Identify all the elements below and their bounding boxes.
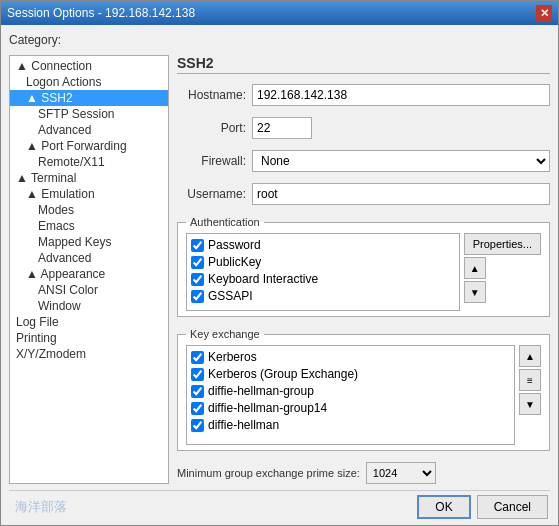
kex-mid-button[interactable]: ≡ [519, 369, 541, 391]
auth-checkbox-list: PasswordPublicKeyKeyboard InteractiveGSS… [186, 233, 460, 311]
auth-checkbox-gssapi[interactable] [191, 290, 204, 303]
window-body: Category: ▲ ConnectionLogon Actions▲ SSH… [1, 25, 558, 526]
auth-checkbox-item: PublicKey [191, 255, 455, 269]
auth-item-label: GSSAPI [208, 289, 253, 303]
min-group-label: Minimum group exchange prime size: [177, 467, 360, 479]
sidebar-item-logon-actions[interactable]: Logon Actions [10, 74, 168, 90]
auth-container: PasswordPublicKeyKeyboard InteractiveGSS… [186, 233, 541, 311]
firewall-select[interactable]: None SOCKS4 SOCKS5 HTTP [252, 150, 550, 172]
kex-checkbox-item: diffie-hellman-group14 [191, 401, 510, 415]
kex-item-label: Kerberos (Group Exchange) [208, 367, 358, 381]
kex-checkbox-item: Kerberos [191, 350, 510, 364]
kex-down-button[interactable]: ▼ [519, 393, 541, 415]
min-group-select[interactable]: 1024 2048 4096 [366, 462, 436, 484]
hostname-label: Hostname: [177, 88, 252, 102]
main-content: ▲ ConnectionLogon Actions▲ SSH2SFTP Sess… [9, 55, 550, 484]
cancel-button[interactable]: Cancel [477, 495, 548, 519]
sidebar-item-port-forwarding[interactable]: ▲ Port Forwarding [10, 138, 168, 154]
window-title: Session Options - 192.168.142.138 [7, 6, 195, 20]
bottom-bar: 海洋部落 OK Cancel [9, 490, 550, 523]
sidebar-item-window[interactable]: Window [10, 298, 168, 314]
auth-checkbox-item: Keyboard Interactive [191, 272, 455, 286]
sidebar-item-terminal[interactable]: ▲ Terminal [10, 170, 168, 186]
auth-checkbox-item: GSSAPI [191, 289, 455, 303]
kex-container: KerberosKerberos (Group Exchange)diffie-… [186, 345, 541, 445]
sidebar-item-ansi-color[interactable]: ANSI Color [10, 282, 168, 298]
min-group-row: Minimum group exchange prime size: 1024 … [177, 462, 550, 484]
username-row: Username: [177, 183, 550, 205]
authentication-legend: Authentication [186, 216, 264, 228]
auth-item-label: Password [208, 238, 261, 252]
auth-checkbox-item: Password [191, 238, 455, 252]
sidebar-item-log-file[interactable]: Log File [10, 314, 168, 330]
auth-arrow-buttons: ▲ ▼ [464, 257, 541, 303]
kex-item-label: Kerberos [208, 350, 257, 364]
key-exchange-fieldset: Key exchange KerberosKerberos (Group Exc… [177, 328, 550, 451]
hostname-row: Hostname: [177, 84, 550, 106]
kex-checkbox-diffie-hellman-group[interactable] [191, 385, 204, 398]
sidebar-item-printing[interactable]: Printing [10, 330, 168, 346]
auth-checkbox-publickey[interactable] [191, 256, 204, 269]
kex-arrow-buttons: ▲ ≡ ▼ [519, 345, 541, 445]
auth-up-button[interactable]: ▲ [464, 257, 486, 279]
sidebar-item-advanced2[interactable]: Advanced [10, 250, 168, 266]
port-input[interactable] [252, 117, 312, 139]
sidebar-item-ssh2[interactable]: ▲ SSH2 [10, 90, 168, 106]
sidebar-item-xyz-modem[interactable]: X/Y/Zmodem [10, 346, 168, 362]
kex-up-button[interactable]: ▲ [519, 345, 541, 367]
port-row: Port: [177, 117, 550, 139]
category-tree: ▲ ConnectionLogon Actions▲ SSH2SFTP Sess… [9, 55, 169, 484]
kex-checkbox-item: Kerberos (Group Exchange) [191, 367, 510, 381]
username-label: Username: [177, 187, 252, 201]
authentication-fieldset: Authentication PasswordPublicKeyKeyboard… [177, 216, 550, 317]
firewall-row: Firewall: None SOCKS4 SOCKS5 HTTP [177, 150, 550, 172]
sidebar-item-remote-x11[interactable]: Remote/X11 [10, 154, 168, 170]
username-input[interactable] [252, 183, 550, 205]
kex-item-label: diffie-hellman-group [208, 384, 314, 398]
firewall-label: Firewall: [177, 154, 252, 168]
kex-checkbox-diffie-hellman-group14[interactable] [191, 402, 204, 415]
sidebar-item-emacs[interactable]: Emacs [10, 218, 168, 234]
sidebar-item-sftp-session[interactable]: SFTP Session [10, 106, 168, 122]
kex-item-label: diffie-hellman [208, 418, 279, 432]
close-button[interactable]: ✕ [536, 5, 552, 21]
properties-button[interactable]: Properties... [464, 233, 541, 255]
auth-checkbox-keyboard-interactive[interactable] [191, 273, 204, 286]
kex-checkbox-diffie-hellman[interactable] [191, 419, 204, 432]
kex-checkbox-kerberos[interactable] [191, 351, 204, 364]
sidebar-item-modes[interactable]: Modes [10, 202, 168, 218]
port-label: Port: [177, 121, 252, 135]
category-label: Category: [9, 33, 550, 47]
watermark: 海洋部落 [11, 498, 67, 516]
kex-checkbox-item: diffie-hellman-group [191, 384, 510, 398]
title-bar: Session Options - 192.168.142.138 ✕ [1, 1, 558, 25]
ok-button[interactable]: OK [417, 495, 470, 519]
hostname-input[interactable] [252, 84, 550, 106]
kex-checkbox-item: diffie-hellman [191, 418, 510, 432]
kex-checkbox-kerberos-group-exchange-[interactable] [191, 368, 204, 381]
auth-down-button[interactable]: ▼ [464, 281, 486, 303]
sidebar-item-connection[interactable]: ▲ Connection [10, 58, 168, 74]
sidebar-item-advanced[interactable]: Advanced [10, 122, 168, 138]
auth-item-label: PublicKey [208, 255, 261, 269]
panel-title: SSH2 [177, 55, 550, 74]
right-panel: SSH2 Hostname: Port: Firewall: None SO [177, 55, 550, 484]
session-options-window: Session Options - 192.168.142.138 ✕ Cate… [0, 0, 559, 526]
kex-checkbox-list: KerberosKerberos (Group Exchange)diffie-… [186, 345, 515, 445]
auth-item-label: Keyboard Interactive [208, 272, 318, 286]
auth-right: Properties... ▲ ▼ [464, 233, 541, 311]
kex-item-label: diffie-hellman-group14 [208, 401, 327, 415]
sidebar-item-emulation[interactable]: ▲ Emulation [10, 186, 168, 202]
auth-checkbox-password[interactable] [191, 239, 204, 252]
sidebar-item-mapped-keys[interactable]: Mapped Keys [10, 234, 168, 250]
sidebar-item-appearance[interactable]: ▲ Appearance [10, 266, 168, 282]
key-exchange-legend: Key exchange [186, 328, 264, 340]
